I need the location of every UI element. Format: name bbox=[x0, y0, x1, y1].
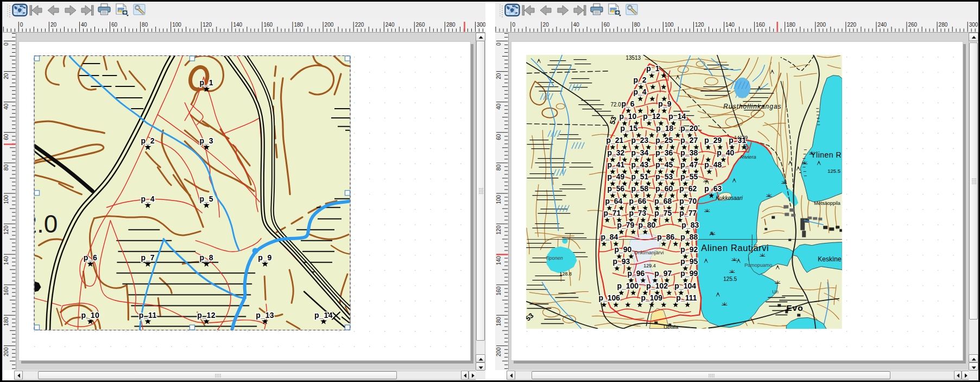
svg-text:p_63: p_63 bbox=[704, 184, 722, 193]
svg-text:129.4: 129.4 bbox=[643, 263, 655, 268]
svg-text:p_1: p_1 bbox=[646, 64, 659, 73]
svg-text:180: 180 bbox=[496, 317, 502, 326]
svg-text:p_1: p_1 bbox=[199, 78, 213, 87]
svg-text:p_71: p_71 bbox=[603, 209, 621, 217]
svg-text:p_62: p_62 bbox=[679, 184, 697, 193]
svg-text:p_9: p_9 bbox=[258, 253, 272, 262]
svg-text:p_45: p_45 bbox=[655, 160, 673, 169]
svg-text:p_4: p_4 bbox=[633, 87, 646, 96]
svg-text:200: 200 bbox=[496, 347, 502, 356]
svg-text:80: 80 bbox=[142, 22, 148, 28]
svg-text:p_23: p_23 bbox=[631, 136, 648, 145]
svg-text:p_100: p_100 bbox=[617, 281, 638, 290]
svg-text:20: 20 bbox=[543, 22, 549, 28]
svg-text:p_18: p_18 bbox=[656, 124, 673, 133]
svg-text:220: 220 bbox=[355, 22, 364, 28]
svg-text:20: 20 bbox=[496, 73, 502, 79]
svg-text:p_49: p_49 bbox=[607, 172, 624, 181]
svg-text:125.5: 125.5 bbox=[827, 168, 840, 174]
svg-text:20: 20 bbox=[50, 22, 57, 28]
svg-text:p_60: p_60 bbox=[655, 184, 673, 193]
svg-text:160: 160 bbox=[496, 286, 502, 296]
svg-text:p_5: p_5 bbox=[199, 195, 213, 203]
svg-text:280: 280 bbox=[446, 22, 456, 28]
svg-text:p_102: p_102 bbox=[646, 281, 668, 290]
svg-text:140: 140 bbox=[496, 256, 502, 265]
svg-text:p_9: p_9 bbox=[658, 99, 671, 108]
svg-text:0: 0 bbox=[20, 22, 23, 28]
svg-text:100: 100 bbox=[496, 195, 502, 204]
svg-text:120: 120 bbox=[695, 22, 704, 28]
svg-text:240: 240 bbox=[878, 22, 887, 28]
svg-text:p_106: p_106 bbox=[598, 293, 620, 302]
svg-text:p_3: p_3 bbox=[199, 136, 213, 145]
svg-text:Pumopuamo: Pumopuamo bbox=[744, 262, 772, 268]
svg-text:160: 160 bbox=[263, 22, 273, 28]
svg-text:p_77: p_77 bbox=[679, 209, 697, 217]
svg-text:p_12: p_12 bbox=[197, 311, 216, 320]
svg-text:p_14: p_14 bbox=[314, 311, 333, 320]
svg-text:Evo: Evo bbox=[786, 303, 803, 312]
svg-text:60: 60 bbox=[111, 22, 118, 28]
svg-text:p_4: p_4 bbox=[141, 195, 155, 203]
svg-text:p_36: p_36 bbox=[655, 148, 673, 157]
svg-text:280: 280 bbox=[939, 22, 948, 28]
svg-text:p_55: p_55 bbox=[680, 172, 698, 181]
svg-text:300: 300 bbox=[969, 22, 978, 28]
svg-text:p_80: p_80 bbox=[638, 221, 655, 229]
svg-text:140: 140 bbox=[725, 22, 735, 28]
svg-text:Un: Un bbox=[772, 289, 778, 295]
svg-text:Uojala: Uojala bbox=[663, 324, 679, 329]
svg-text:p_7: p_7 bbox=[141, 253, 155, 262]
svg-text:p_11: p_11 bbox=[139, 311, 157, 320]
svg-text:180: 180 bbox=[294, 22, 304, 28]
svg-text:Keskìne: Keskìne bbox=[818, 255, 842, 263]
svg-text:p_48: p_48 bbox=[704, 160, 722, 169]
svg-text:160: 160 bbox=[756, 22, 765, 28]
svg-text:p_8: p_8 bbox=[199, 253, 213, 262]
svg-text:Rusthollinkangas: Rusthollinkangas bbox=[723, 103, 781, 110]
svg-text:60: 60 bbox=[496, 134, 502, 140]
svg-text:p_79: p_79 bbox=[617, 221, 634, 229]
svg-text:Alinen Rautjärvi: Alinen Rautjärvi bbox=[701, 243, 769, 253]
svg-text:80: 80 bbox=[496, 164, 502, 171]
svg-text:p_75: p_75 bbox=[654, 209, 672, 217]
svg-text:p_43: p_43 bbox=[631, 160, 648, 169]
svg-text:p_58: p_58 bbox=[631, 184, 648, 193]
svg-text:20: 20 bbox=[3, 73, 9, 79]
svg-text:Ylinen R: Ylinen R bbox=[811, 151, 842, 159]
svg-text:60: 60 bbox=[604, 22, 610, 28]
svg-text:p_2: p_2 bbox=[633, 76, 646, 84]
svg-text:p_92: p_92 bbox=[680, 245, 698, 254]
svg-text:125.5: 125.5 bbox=[723, 276, 737, 282]
svg-text:40: 40 bbox=[3, 103, 9, 110]
svg-text:p_88: p_88 bbox=[680, 233, 698, 241]
svg-text:80: 80 bbox=[3, 164, 9, 171]
svg-text:Tiponen: Tiponen bbox=[545, 255, 562, 261]
svg-text:p_53: p_53 bbox=[655, 172, 673, 181]
svg-text:0: 0 bbox=[513, 22, 516, 28]
svg-text:p_27: p_27 bbox=[680, 136, 698, 145]
svg-text:p_40: p_40 bbox=[717, 148, 734, 157]
svg-text:100: 100 bbox=[3, 195, 9, 204]
svg-text:p_99: p_99 bbox=[680, 269, 698, 278]
svg-text:300: 300 bbox=[477, 22, 485, 28]
svg-text:260: 260 bbox=[908, 22, 918, 28]
svg-text:p_104: p_104 bbox=[674, 281, 696, 290]
svg-text:p_64: p_64 bbox=[605, 197, 622, 205]
svg-text:160: 160 bbox=[3, 286, 9, 296]
svg-text:p_84: p_84 bbox=[600, 233, 618, 241]
svg-text:40: 40 bbox=[496, 103, 502, 110]
svg-text:p_41: p_41 bbox=[607, 160, 624, 169]
svg-text:p_93: p_93 bbox=[612, 257, 630, 266]
svg-text:p_90: p_90 bbox=[614, 245, 631, 254]
svg-text:128.8: 128.8 bbox=[559, 271, 571, 277]
svg-text:120: 120 bbox=[496, 226, 502, 235]
svg-text:p_56: p_56 bbox=[607, 184, 624, 193]
svg-text:p_14: p_14 bbox=[668, 112, 686, 121]
svg-text:180: 180 bbox=[3, 317, 9, 326]
svg-text:60: 60 bbox=[3, 134, 9, 140]
svg-text:p_32: p_32 bbox=[607, 148, 624, 157]
svg-text:p_15: p_15 bbox=[620, 124, 637, 133]
svg-text:p_34: p_34 bbox=[631, 148, 648, 157]
